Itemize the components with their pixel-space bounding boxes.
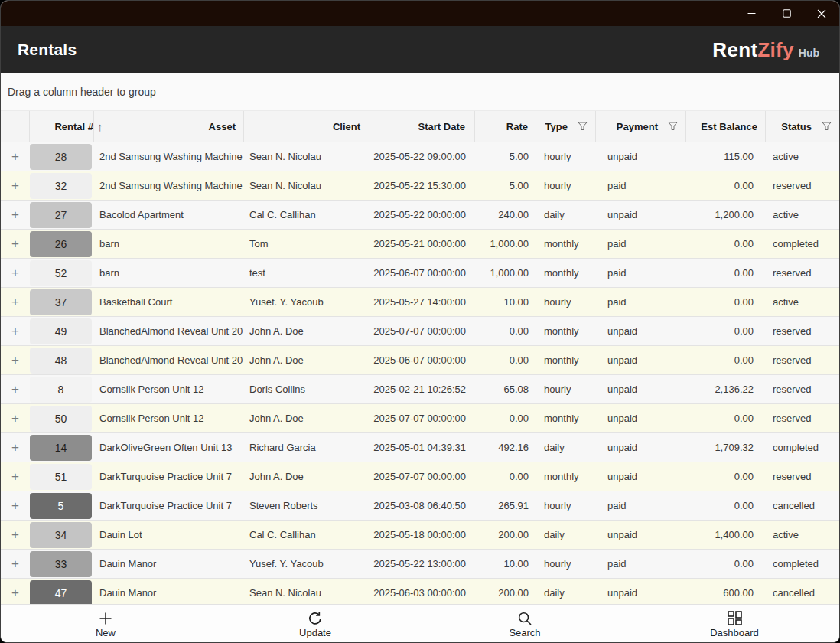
app-logo: Rent Zify Hub <box>712 38 819 62</box>
table-row[interactable]: +47Dauin ManorSean N. Nicolau2025-06-03 … <box>1 579 839 604</box>
client-cell: Steven Roberts <box>244 491 370 520</box>
table-row[interactable]: +322nd Samsung Washing MachineSean N. Ni… <box>1 171 839 201</box>
asset-cell: 2nd Samsung Washing Machine <box>94 171 244 200</box>
start-date-cell: 2025-06-07 00:00:00 <box>370 259 475 287</box>
status-cell: active <box>766 521 839 549</box>
type-cell: daily <box>536 579 596 604</box>
est-balance-cell: 2,136.22 <box>686 375 766 403</box>
table-row[interactable]: +282nd Samsung Washing MachineSean N. Ni… <box>1 142 839 171</box>
maximize-button[interactable] <box>769 1 804 26</box>
title-bar <box>1 1 839 26</box>
row-expand-button[interactable]: + <box>1 288 30 316</box>
column-label: Asset <box>209 121 243 132</box>
column-header-asset[interactable]: ↑ Asset <box>94 111 244 142</box>
status-cell: reserved <box>766 404 839 432</box>
row-expand-button[interactable]: + <box>1 142 30 171</box>
row-expand-button[interactable]: + <box>1 346 30 374</box>
column-header-rental[interactable]: Rental # <box>30 111 94 142</box>
client-cell: Cal C. Callihan <box>244 201 370 229</box>
row-expand-button[interactable]: + <box>1 433 30 462</box>
table-row[interactable]: +51DarkTurquoise Practice Unit 7John A. … <box>1 462 839 491</box>
row-expand-button[interactable]: + <box>1 259 30 287</box>
asset-cell: Cornsilk Person Unit 12 <box>94 404 244 432</box>
column-header-type[interactable]: Type <box>536 111 596 142</box>
table-row[interactable]: +27Bacolod ApartmentCal C. Callihan2025-… <box>1 201 839 230</box>
rental-number-badge: 49 <box>30 318 92 344</box>
column-header-payment[interactable]: Payment <box>596 111 686 142</box>
grid-header-row: Rental # ↑ Asset Client Start Date Rate … <box>1 111 839 142</box>
table-row[interactable]: +37Basketball CourtYusef. Y. Yacoub2025-… <box>1 288 839 317</box>
column-header-rate[interactable]: Rate <box>475 111 536 142</box>
row-expand-button[interactable]: + <box>1 230 30 258</box>
minimize-button[interactable] <box>734 1 769 26</box>
rate-cell: 5.00 <box>475 171 536 200</box>
close-icon <box>817 9 826 18</box>
est-balance-cell: 0.00 <box>686 171 766 200</box>
table-row[interactable]: +48BlanchedAlmond Reveal Unit 20John A. … <box>1 346 839 375</box>
table-row[interactable]: +52barntest2025-06-07 00:00:001,000.00mo… <box>1 259 839 288</box>
column-header-start-date[interactable]: Start Date <box>370 111 475 142</box>
status-cell: cancelled <box>766 579 839 604</box>
type-cell: hourly <box>536 550 596 578</box>
search-button[interactable]: Search <box>420 605 630 642</box>
asset-cell: 2nd Samsung Washing Machine <box>94 142 244 171</box>
rental-number-cell: 48 <box>30 346 94 374</box>
row-expand-button[interactable]: + <box>1 491 30 520</box>
table-row[interactable]: +26barnTom2025-05-21 00:00:001,000.00mon… <box>1 230 839 259</box>
table-row[interactable]: +5DarkTurquoise Practice Unit 7Steven Ro… <box>1 491 839 521</box>
status-cell: reserved <box>766 259 839 287</box>
status-cell: reserved <box>766 317 839 345</box>
start-date-cell: 2025-06-03 00:00:00 <box>370 579 475 604</box>
payment-cell: paid <box>596 288 686 316</box>
filter-icon[interactable] <box>822 122 832 131</box>
table-row[interactable]: +8Cornsilk Person Unit 12Doris Collins20… <box>1 375 839 404</box>
row-expand-button[interactable]: + <box>1 317 30 345</box>
column-header-status[interactable]: Status <box>766 111 839 142</box>
type-cell: hourly <box>536 288 596 316</box>
rate-cell: 1,000.00 <box>475 230 536 258</box>
logo-text-zify: Zify <box>757 38 793 62</box>
row-expand-button[interactable]: + <box>1 171 30 200</box>
dashboard-button[interactable]: Dashboard <box>630 605 839 642</box>
rental-number-badge: 28 <box>30 144 92 170</box>
filter-icon[interactable] <box>668 122 678 131</box>
est-balance-cell: 0.00 <box>686 404 766 432</box>
new-button-label: New <box>96 627 116 638</box>
row-expand-button[interactable]: + <box>1 404 30 432</box>
row-expand-button[interactable]: + <box>1 375 30 403</box>
filter-icon[interactable] <box>578 122 588 131</box>
rate-cell: 1,000.00 <box>475 259 536 287</box>
rental-number-badge: 14 <box>30 435 92 461</box>
rental-number-cell: 49 <box>30 317 94 345</box>
row-expand-button[interactable]: + <box>1 462 30 491</box>
payment-cell: paid <box>596 259 686 287</box>
group-by-panel[interactable]: Drag a column header to group <box>1 73 839 111</box>
column-header-client[interactable]: Client <box>244 111 370 142</box>
start-date-cell: 2025-05-18 00:00:00 <box>370 521 475 549</box>
table-row[interactable]: +33Dauin ManorYusef. Y. Yacoub2025-05-22… <box>1 550 839 579</box>
table-row[interactable]: +50Cornsilk Person Unit 12John A. Doe202… <box>1 404 839 433</box>
client-cell: Yusef. Y. Yacoub <box>244 550 370 578</box>
asset-cell: Dauin Lot <box>94 521 244 549</box>
maximize-icon <box>783 9 791 18</box>
row-expand-button[interactable]: + <box>1 579 30 604</box>
update-button[interactable]: Update <box>210 605 420 642</box>
payment-cell: unpaid <box>596 433 686 462</box>
column-header-est-balance[interactable]: Est Balance <box>686 111 766 142</box>
status-cell: cancelled <box>766 491 839 520</box>
rental-number-cell: 52 <box>30 259 94 287</box>
column-label: Status <box>781 121 812 132</box>
table-row[interactable]: +14DarkOliveGreen Often Unit 13Richard G… <box>1 433 839 462</box>
close-button[interactable] <box>804 1 839 26</box>
payment-cell: unpaid <box>596 201 686 229</box>
row-expand-button[interactable]: + <box>1 550 30 578</box>
new-button[interactable]: New <box>1 605 210 642</box>
payment-cell: paid <box>596 171 686 200</box>
row-expand-button[interactable]: + <box>1 521 30 549</box>
row-expand-button[interactable]: + <box>1 201 30 229</box>
type-cell: monthly <box>536 346 596 374</box>
client-cell: John A. Doe <box>244 462 370 491</box>
status-cell: completed <box>766 550 839 578</box>
table-row[interactable]: +34Dauin LotCal C. Callihan2025-05-18 00… <box>1 521 839 550</box>
table-row[interactable]: +49BlanchedAlmond Reveal Unit 20John A. … <box>1 317 839 346</box>
